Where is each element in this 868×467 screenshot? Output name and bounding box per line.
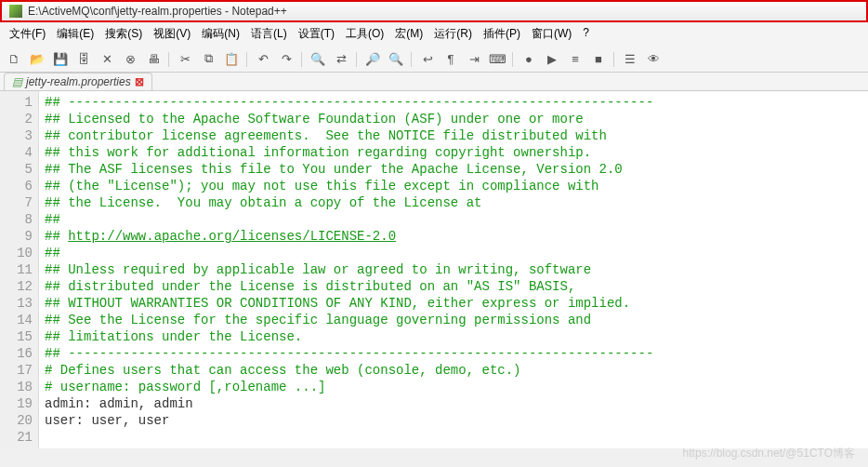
- line-number: 14: [0, 312, 33, 328]
- close-icon[interactable]: ✕: [97, 48, 117, 69]
- macro-play-icon[interactable]: ▶: [542, 48, 562, 69]
- line-number: 16: [0, 345, 33, 362]
- menu-item[interactable]: 宏(M): [389, 24, 428, 44]
- code-area[interactable]: ## -------------------------------------…: [39, 91, 868, 448]
- window-title: E:\ActiveMQ\conf\jetty-realm.properties …: [28, 5, 287, 18]
- toolbar-separator: │: [244, 48, 250, 69]
- menu-item[interactable]: 语言(L): [245, 24, 293, 44]
- open-icon[interactable]: 📂: [27, 48, 47, 69]
- menu-item[interactable]: 窗口(W): [526, 24, 577, 44]
- toolbar-separator: │: [612, 48, 617, 69]
- save-all-icon[interactable]: 🗄: [73, 48, 94, 69]
- line-gutter: 123456789101112131415161718192021: [0, 91, 39, 448]
- code-line[interactable]: ## See the License for the specific lang…: [45, 312, 868, 328]
- print-icon[interactable]: 🖶: [143, 48, 164, 69]
- toolbar-separator: │: [299, 48, 305, 69]
- code-line[interactable]: ## (the "License"); you may not use this…: [45, 178, 868, 194]
- code-line[interactable]: # username: password [,rolename ...]: [45, 379, 868, 395]
- tab-dirty-icon[interactable]: ⊠: [135, 75, 144, 88]
- menu-item[interactable]: 文件(F): [4, 24, 51, 44]
- window-titlebar: E:\ActiveMQ\conf\jetty-realm.properties …: [0, 0, 868, 22]
- undo-icon[interactable]: ↶: [253, 48, 273, 69]
- line-number: 8: [0, 211, 33, 228]
- line-number: 11: [0, 261, 33, 278]
- code-line[interactable]: ## http://www.apache.org/licenses/LICENS…: [45, 228, 868, 245]
- code-line[interactable]: user: user, user: [45, 412, 868, 429]
- macro-rec-icon[interactable]: ●: [519, 48, 539, 69]
- chars-icon[interactable]: ¶: [441, 48, 461, 69]
- macro-run-icon[interactable]: ≡: [565, 48, 585, 69]
- zoom-in-icon[interactable]: 🔎: [362, 48, 383, 69]
- line-number: 6: [0, 178, 33, 194]
- code-line[interactable]: # Defines users that can access the web …: [45, 362, 868, 379]
- code-line[interactable]: ## The ASF licenses this file to You und…: [45, 161, 868, 178]
- code-line[interactable]: ## Unless required by applicable law or …: [45, 261, 868, 278]
- menu-item[interactable]: 插件(P): [478, 24, 526, 44]
- editor-tab[interactable]: ▤ jetty-realm.properties ⊠: [4, 73, 152, 90]
- code-line[interactable]: ## -------------------------------------…: [45, 94, 868, 111]
- line-number: 4: [0, 144, 33, 161]
- menu-item[interactable]: 编辑(E): [51, 24, 99, 44]
- line-number: 3: [0, 127, 33, 144]
- license-link[interactable]: http://www.apache.org/licenses/LICENSE-2…: [68, 229, 396, 244]
- wrap-icon[interactable]: ↩: [417, 48, 438, 69]
- line-number: 20: [0, 412, 33, 429]
- close-all-icon[interactable]: ⊗: [120, 48, 140, 69]
- code-line[interactable]: ## contributor license agreements. See t…: [45, 127, 868, 144]
- new-icon[interactable]: 🗋: [4, 48, 24, 69]
- toolbar-separator: │: [166, 48, 172, 69]
- menu-item[interactable]: 运行(R): [428, 24, 478, 44]
- find-icon[interactable]: 🔍: [308, 48, 328, 69]
- macro-stop-icon[interactable]: ■: [588, 48, 609, 69]
- tab-strip: ▤ jetty-realm.properties ⊠: [0, 73, 868, 91]
- watermark: https://blog.csdn.net/@51CTO博客: [683, 446, 855, 461]
- line-number: 15: [0, 328, 33, 345]
- app-icon: [9, 5, 22, 18]
- menu-item[interactable]: ?: [577, 24, 595, 44]
- line-number: 10: [0, 245, 33, 261]
- tab-label: jetty-realm.properties: [26, 75, 131, 88]
- toolbar-separator: │: [409, 48, 414, 69]
- toggle-icon[interactable]: ☰: [620, 48, 640, 69]
- line-number: 12: [0, 278, 33, 295]
- line-number: 18: [0, 379, 33, 395]
- menu-item[interactable]: 工具(O): [340, 24, 389, 44]
- menu-item[interactable]: 编码(N): [196, 24, 245, 44]
- code-line[interactable]: ## this work for additional information …: [45, 144, 868, 161]
- code-editor[interactable]: 123456789101112131415161718192021 ## ---…: [0, 91, 868, 448]
- code-line[interactable]: ## distributed under the License is dist…: [45, 278, 868, 295]
- menu-item[interactable]: 搜索(S): [99, 24, 148, 44]
- code-line[interactable]: ## -------------------------------------…: [45, 345, 868, 362]
- code-line[interactable]: ## WITHOUT WARRANTIES OR CONDITIONS OF A…: [45, 295, 868, 312]
- line-number: 1: [0, 94, 33, 111]
- line-number: 7: [0, 194, 33, 211]
- paste-icon[interactable]: 📋: [221, 48, 242, 69]
- line-number: 21: [0, 429, 33, 446]
- toolbar-separator: │: [354, 48, 360, 69]
- line-number: 17: [0, 362, 33, 379]
- redo-icon[interactable]: ↷: [276, 48, 296, 69]
- menubar: 文件(F)编辑(E)搜索(S)视图(V)编码(N)语言(L)设置(T)工具(O)…: [0, 22, 868, 46]
- code-line[interactable]: ##: [45, 211, 868, 228]
- replace-icon[interactable]: ⇄: [331, 48, 351, 69]
- indent-icon[interactable]: ⇥: [464, 48, 484, 69]
- copy-icon[interactable]: ⧉: [198, 48, 218, 69]
- code-line[interactable]: ## the License. You may obtain a copy of…: [45, 194, 868, 211]
- code-line[interactable]: admin: admin, admin: [45, 395, 868, 412]
- code-line[interactable]: ## limitations under the License.: [45, 328, 868, 345]
- cut-icon[interactable]: ✂: [175, 48, 195, 69]
- line-number: 2: [0, 111, 33, 127]
- file-icon: ▤: [12, 75, 22, 88]
- save-icon[interactable]: 💾: [50, 48, 71, 69]
- line-number: 9: [0, 228, 33, 245]
- code-line[interactable]: ## Licensed to the Apache Software Found…: [45, 111, 868, 127]
- line-number: 19: [0, 395, 33, 412]
- lang-icon[interactable]: ⌨: [487, 48, 507, 69]
- menu-item[interactable]: 设置(T): [293, 24, 340, 44]
- line-number: 13: [0, 295, 33, 312]
- menu-item[interactable]: 视图(V): [148, 24, 196, 44]
- zoom-out-icon[interactable]: 🔍: [386, 48, 406, 69]
- eye-icon[interactable]: 👁: [643, 48, 664, 69]
- line-number: 5: [0, 161, 33, 178]
- code-line[interactable]: ##: [45, 245, 868, 261]
